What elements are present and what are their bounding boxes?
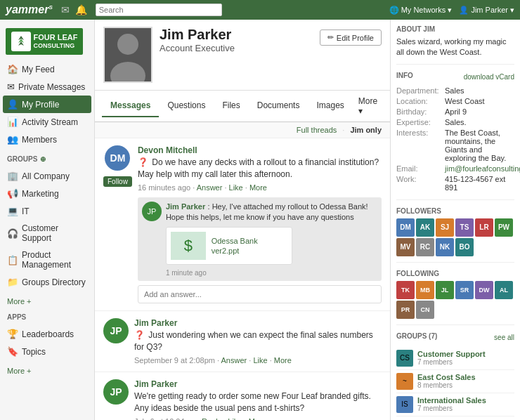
follower-avatar[interactable]: TS [455,218,474,237]
like-link-2[interactable]: Like [253,356,267,365]
tab-images[interactable]: Images [308,95,352,117]
sidebar-item-it[interactable]: 💻 IT [0,202,94,220]
follower-avatar[interactable]: LR [475,218,493,237]
jim-only-link[interactable]: Jim only [350,126,382,134]
reply-link-3[interactable]: Reply [202,417,221,420]
group-name-link[interactable]: East Cost Sales [417,373,476,381]
user-avatar-small: 👤 [459,6,469,14]
follower-avatar[interactable]: PW [495,218,513,237]
answer-input-1[interactable] [138,285,382,303]
mail-icon: ✉ [7,81,15,92]
sidebar-item-customer-support[interactable]: 🎧 Customer Support [0,220,94,247]
sidebar-item-members[interactable]: 👥 Members [0,131,94,148]
following-avatar[interactable]: SR [455,281,474,299]
edit-profile-button[interactable]: ✏ Edit Profile [320,29,382,46]
feed-text-jim-gifts: We're getting ready to order some new Fo… [134,391,382,414]
tab-more[interactable]: More ▾ [353,91,383,122]
answer-link-2[interactable]: Answer [221,356,247,365]
sidebar-item-private-messages[interactable]: ✉ Private Messages [0,78,94,96]
sidebar-item-marketing[interactable]: 📢 Marketing [0,185,94,202]
about-text: Sales wizard, working my magic all down … [396,37,514,58]
more-link-1[interactable]: More [249,183,267,192]
members-icon: 👥 [7,134,18,145]
feed-body-jim-gifts: Jim Parker We're getting ready to order … [134,379,382,420]
sidebar-item-product-management[interactable]: 📋 Product Management [0,247,94,273]
following-avatar[interactable]: CN [416,301,434,319]
dollar-icon: $ [184,237,193,255]
feed-body-devon: Devon Mitchell ❓ Do we have any decks wi… [138,145,382,303]
follower-avatar[interactable]: RC [416,238,434,256]
tab-documents[interactable]: Documents [249,95,308,117]
sidebar-item-topics[interactable]: 🔖 Topics [0,343,94,360]
user-menu-btn[interactable]: 👤 Jim Parker ▾ [459,6,514,15]
email-link[interactable]: jim@fourleafconsulting.org [445,164,520,173]
answer-link-1[interactable]: Answer [197,183,223,192]
my-networks-btn[interactable]: 🌐 My Networks ▾ [389,6,453,15]
add-group-btn[interactable]: ⊕ [40,155,46,163]
groups-section-header: GROUPS ⊕ [0,151,94,164]
feed-author-jim-gifts[interactable]: Jim Parker [134,379,177,389]
following-avatar[interactable]: DW [475,281,493,299]
feed-author-devon[interactable]: Devon Mitchell [138,145,197,155]
following-avatar[interactable]: JL [436,281,454,299]
avatar-image [103,27,152,83]
feed-author-jim-q3[interactable]: Jim Parker [134,318,177,328]
nav-right: 🌐 My Networks ▾ 👤 Jim Parker ▾ [389,6,514,15]
info-expertise: Expertise: Sales. [396,118,514,126]
notifications-icon[interactable]: 🔔 [75,4,87,15]
follower-avatar[interactable]: NK [436,238,454,256]
like-link-1[interactable]: Like [229,183,243,192]
question-icon-2: ❓ [134,330,145,340]
like-link-3[interactable]: Like [228,417,242,420]
sidebar-item-my-feed[interactable]: 🏠 My Feed [0,60,94,78]
follow-devon-btn[interactable]: Follow [103,176,132,187]
company-logo: FOUR LEAF CONSULTING [6,28,83,55]
tab-files[interactable]: Files [214,95,248,117]
follower-avatar[interactable]: MV [396,238,415,256]
following-avatar[interactable]: MB [416,281,434,299]
leaderboards-icon: 🏆 [7,329,18,339]
following-avatar[interactable]: TK [396,281,415,299]
full-threads-link[interactable]: Full threads [297,126,337,134]
more-link-2[interactable]: More [274,356,292,365]
follower-avatar[interactable]: BO [455,238,474,256]
question-icon-1: ❓ [138,157,148,167]
reply-content-jim: Jim Parker : Hey, I've attached my rollo… [166,202,377,277]
feed-avatar-devon: DM [105,145,130,171]
sidebar-item-all-company[interactable]: 🏢 All Company [0,167,94,185]
groups-more-link[interactable]: More + [7,297,32,306]
feed-item-devon: DM Follow Devon Mitchell ❓ Do we have an… [95,138,390,311]
follower-avatar[interactable]: AK [416,218,434,237]
sidebar-item-leaderboards[interactable]: 🏆 Leaderboards [0,325,94,343]
group-name-link[interactable]: International Sales [417,396,486,405]
search-input[interactable] [96,4,222,16]
feed-avatar-jim-gifts: JP [103,379,129,405]
product-mgmt-icon: 📋 [7,255,18,265]
profile-header: Jim Parker Account Executive ✏ Edit Prof… [95,20,390,91]
feed-meta-devon: 16 minutes ago · Answer · Like · More [138,183,382,192]
sidebar-item-activity-stream[interactable]: 📊 Activity Stream [0,113,94,131]
followers-title: FOLLOWERS [396,207,514,215]
feed-meta-jim-gifts: July 6 at 10:04am · Reply · Like · More [134,417,382,420]
group-name-link[interactable]: Customer Support [417,350,486,358]
sidebar-item-groups-directory[interactable]: 📁 Groups Directory [0,273,94,291]
see-all-groups-link[interactable]: see all [494,334,514,341]
attachment-link[interactable]: Odessa Bank ver2.ppt [212,237,258,255]
svg-point-4 [117,34,138,55]
following-avatar[interactable]: PR [396,301,415,319]
apps-more-link[interactable]: More + [7,367,32,375]
following-avatar[interactable]: AL [495,281,513,299]
feed-text-devon: ❓ Do we have any decks with a rollout to… [138,157,382,181]
list-item: CS Customer Support 7 members [396,347,514,370]
apps-nav: 🏆 Leaderboards 🔖 Topics [0,322,94,363]
tab-messages[interactable]: Messages [102,95,159,117]
info-birthday: Birthday: April 9 [396,107,514,116]
download-vcard-link[interactable]: download vCard [464,73,514,81]
messages-icon[interactable]: ✉ [61,4,70,15]
tab-questions[interactable]: Questions [159,95,214,117]
following-grid: TKMBJLSRDWALPRCN [396,281,514,319]
more-link-3[interactable]: More [249,417,266,420]
sidebar-item-my-profile[interactable]: 👤 My Profile [3,96,91,113]
follower-avatar[interactable]: DM [396,218,415,237]
follower-avatar[interactable]: SJ [436,218,454,237]
